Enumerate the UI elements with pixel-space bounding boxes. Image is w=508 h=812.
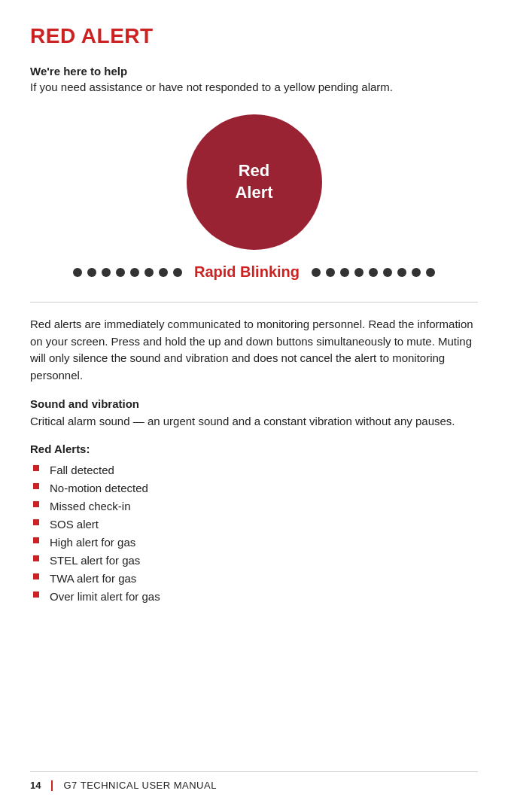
list-item-text: TWA alert for gas bbox=[50, 570, 136, 588]
divider-top bbox=[30, 302, 478, 303]
list-item-text: Missed check-in bbox=[50, 497, 131, 515]
alerts-heading: Red Alerts: bbox=[30, 442, 478, 455]
dot-4 bbox=[116, 268, 125, 277]
dot-2 bbox=[87, 268, 96, 277]
dot-8 bbox=[173, 268, 182, 277]
bullet-icon bbox=[33, 537, 39, 543]
bullet-icon bbox=[33, 501, 39, 507]
list-item-text: SOS alert bbox=[50, 515, 99, 534]
list-item-text: Fall detected bbox=[50, 461, 114, 479]
dots-right bbox=[312, 268, 435, 277]
list-item: SOS alert bbox=[30, 515, 478, 534]
list-item-text: High alert for gas bbox=[50, 534, 135, 552]
sound-heading: Sound and vibration bbox=[30, 397, 478, 410]
dot-r9 bbox=[426, 268, 435, 277]
page-title: RED ALERT bbox=[30, 24, 478, 48]
dot-1 bbox=[73, 268, 82, 277]
list-item-text: STEL alert for gas bbox=[50, 552, 140, 570]
dot-r7 bbox=[397, 268, 406, 277]
circle-label-line1: Red bbox=[239, 161, 270, 180]
dot-r5 bbox=[369, 268, 378, 277]
bullet-icon bbox=[33, 555, 39, 561]
circle-label-line2: Alert bbox=[235, 183, 272, 202]
list-item: STEL alert for gas bbox=[30, 552, 478, 570]
main-description: Red alerts are immediately communicated … bbox=[30, 316, 478, 384]
dot-7 bbox=[159, 268, 168, 277]
bullet-icon bbox=[33, 592, 39, 598]
footer-manual-label: G7 TECHNICAL USER MANUAL bbox=[63, 780, 216, 791]
circle-label: Red Alert bbox=[235, 160, 272, 203]
blinking-row: Rapid Blinking bbox=[30, 263, 478, 281]
bullet-icon bbox=[33, 519, 39, 525]
list-item: High alert for gas bbox=[30, 534, 478, 552]
dot-r2 bbox=[326, 268, 335, 277]
circle-container: Red Alert bbox=[30, 114, 478, 250]
dot-r4 bbox=[354, 268, 364, 277]
help-text: If you need assistance or have not respo… bbox=[30, 81, 478, 93]
dot-r3 bbox=[340, 268, 349, 277]
list-item: Missed check-in bbox=[30, 497, 478, 515]
help-heading: We're here to help bbox=[30, 65, 478, 78]
list-item-text: Over limit alert for gas bbox=[50, 588, 160, 606]
dot-6 bbox=[144, 268, 154, 277]
list-item: No-motion detected bbox=[30, 479, 478, 497]
bullet-icon bbox=[33, 483, 39, 489]
list-item: Over limit alert for gas bbox=[30, 588, 478, 606]
list-item: TWA alert for gas bbox=[30, 570, 478, 588]
dot-r8 bbox=[412, 268, 421, 277]
footer: 14 G7 TECHNICAL USER MANUAL bbox=[30, 771, 478, 791]
dot-3 bbox=[102, 268, 111, 277]
red-alert-circle: Red Alert bbox=[187, 114, 322, 250]
list-item: Fall detected bbox=[30, 461, 478, 479]
list-item-text: No-motion detected bbox=[50, 479, 148, 497]
rapid-blinking-label: Rapid Blinking bbox=[194, 263, 300, 281]
sound-text: Critical alarm sound — an urgent sound a… bbox=[30, 413, 478, 430]
dot-5 bbox=[130, 268, 139, 277]
footer-divider-icon bbox=[51, 780, 53, 791]
alert-list: Fall detectedNo-motion detectedMissed ch… bbox=[30, 461, 478, 606]
bullet-icon bbox=[33, 573, 39, 579]
dot-r1 bbox=[312, 268, 321, 277]
dots-left bbox=[73, 268, 182, 277]
dot-r6 bbox=[383, 268, 392, 277]
footer-page-number: 14 bbox=[30, 780, 41, 791]
bullet-icon bbox=[33, 465, 39, 471]
